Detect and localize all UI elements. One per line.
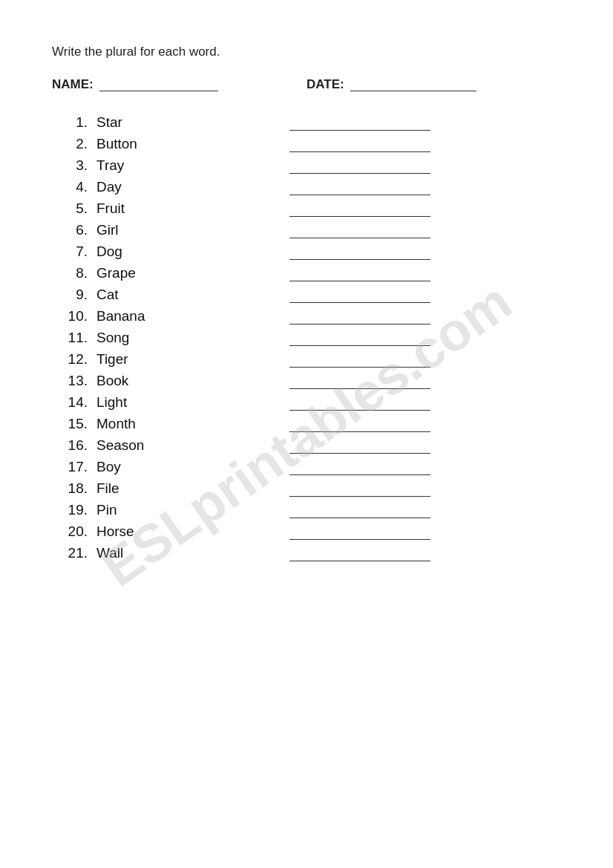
list-item: 5.Fruit xyxy=(52,200,561,217)
item-number: 10. xyxy=(52,308,96,324)
list-item: 16.Season xyxy=(52,437,561,454)
list-item: 3.Tray xyxy=(52,157,561,174)
date-underline[interactable] xyxy=(350,78,476,91)
answer-line[interactable] xyxy=(289,354,430,368)
answer-line[interactable] xyxy=(289,117,430,131)
item-number: 16. xyxy=(52,437,96,454)
item-number: 17. xyxy=(52,459,96,475)
list-item: 10.Banana xyxy=(52,308,561,324)
answer-line[interactable] xyxy=(289,376,430,389)
answer-line[interactable] xyxy=(289,182,430,195)
item-number: 7. xyxy=(52,244,96,260)
name-label: NAME: xyxy=(52,77,94,92)
list-item: 6.Girl xyxy=(52,222,561,238)
item-number: 1. xyxy=(52,114,96,131)
answer-line[interactable] xyxy=(289,505,430,518)
list-item: 13.Book xyxy=(52,373,561,389)
item-word: Season xyxy=(96,437,230,454)
item-number: 19. xyxy=(52,502,96,518)
item-word: Tiger xyxy=(96,351,230,368)
answer-line[interactable] xyxy=(289,311,430,324)
item-word: Cat xyxy=(96,287,230,303)
item-number: 21. xyxy=(52,545,96,561)
answer-line[interactable] xyxy=(289,440,430,454)
header-row: NAME: DATE: xyxy=(52,77,561,92)
item-number: 18. xyxy=(52,480,96,497)
list-item: 8.Grape xyxy=(52,265,561,281)
list-item: 2.Button xyxy=(52,136,561,152)
answer-line[interactable] xyxy=(289,462,430,475)
item-word: Star xyxy=(96,114,230,131)
answer-line[interactable] xyxy=(289,526,430,540)
date-label: DATE: xyxy=(306,77,344,92)
answer-line[interactable] xyxy=(289,139,430,152)
item-word: Boy xyxy=(96,459,230,475)
answer-line[interactable] xyxy=(289,290,430,303)
item-number: 4. xyxy=(52,179,96,195)
item-word: Pin xyxy=(96,502,230,518)
answer-line[interactable] xyxy=(289,548,430,561)
item-number: 3. xyxy=(52,157,96,174)
answer-line[interactable] xyxy=(289,333,430,346)
item-number: 15. xyxy=(52,416,96,432)
list-item: 20.Horse xyxy=(52,523,561,540)
item-number: 8. xyxy=(52,265,96,281)
answer-line[interactable] xyxy=(289,397,430,411)
item-number: 14. xyxy=(52,394,96,411)
item-word: Month xyxy=(96,416,230,432)
list-item: 12.Tiger xyxy=(52,351,561,368)
item-number: 5. xyxy=(52,200,96,217)
list-item: 21.Wall xyxy=(52,545,561,561)
item-word: Song xyxy=(96,330,230,346)
item-word: Fruit xyxy=(96,200,230,217)
item-word: Wall xyxy=(96,545,230,561)
answer-line[interactable] xyxy=(289,160,430,174)
name-field: NAME: xyxy=(52,77,306,92)
list-item: 7.Dog xyxy=(52,244,561,260)
item-word: Book xyxy=(96,373,230,389)
item-number: 20. xyxy=(52,523,96,540)
item-word: Dog xyxy=(96,244,230,260)
item-word: Horse xyxy=(96,523,230,540)
name-underline[interactable] xyxy=(99,78,218,91)
item-word: Tray xyxy=(96,157,230,174)
item-number: 2. xyxy=(52,136,96,152)
item-word: Light xyxy=(96,394,230,411)
item-number: 12. xyxy=(52,351,96,368)
list-item: 14.Light xyxy=(52,394,561,411)
answer-line[interactable] xyxy=(289,419,430,432)
list-item: 15.Month xyxy=(52,416,561,432)
list-item: 18.File xyxy=(52,480,561,497)
item-number: 9. xyxy=(52,287,96,303)
item-word: File xyxy=(96,480,230,497)
answer-line[interactable] xyxy=(289,483,430,497)
item-word: Day xyxy=(96,179,230,195)
answer-line[interactable] xyxy=(289,225,430,238)
answer-line[interactable] xyxy=(289,203,430,217)
item-number: 11. xyxy=(52,330,96,346)
list-item: 4.Day xyxy=(52,179,561,195)
instruction: Write the plural for each word. xyxy=(52,45,561,59)
list-item: 9.Cat xyxy=(52,287,561,303)
item-word: Button xyxy=(96,136,230,152)
date-field: DATE: xyxy=(306,77,561,92)
answer-line[interactable] xyxy=(289,247,430,260)
list-item: 1.Star xyxy=(52,114,561,131)
word-list: 1.Star2.Button3.Tray4.Day5.Fruit6.Girl7.… xyxy=(52,114,561,561)
answer-line[interactable] xyxy=(289,268,430,281)
item-word: Banana xyxy=(96,308,230,324)
list-item: 19.Pin xyxy=(52,502,561,518)
list-item: 17.Boy xyxy=(52,459,561,475)
item-word: Girl xyxy=(96,222,230,238)
item-word: Grape xyxy=(96,265,230,281)
item-number: 6. xyxy=(52,222,96,238)
list-item: 11.Song xyxy=(52,330,561,346)
item-number: 13. xyxy=(52,373,96,389)
